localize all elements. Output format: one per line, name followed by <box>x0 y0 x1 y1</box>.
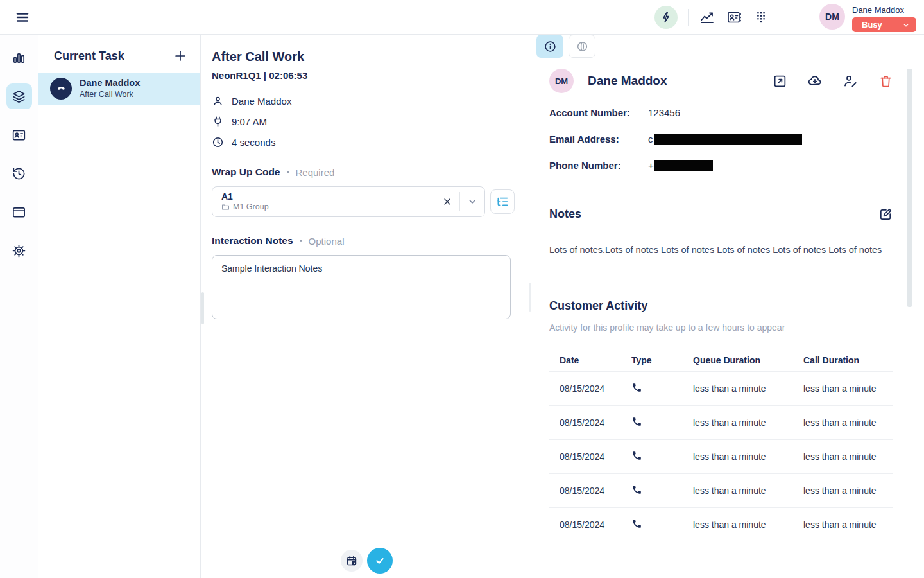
wrap-up-code-select[interactable]: A1 M1 Group <box>212 186 485 217</box>
profile-tabs <box>536 35 893 58</box>
profile-actions <box>772 73 893 89</box>
hamburger-menu-button[interactable] <box>12 6 33 28</box>
table-row[interactable]: 08/15/2024 less than a minute less than … <box>549 439 893 473</box>
field-label: Phone Number: <box>549 160 648 171</box>
phone-icon <box>631 518 642 529</box>
wrap-up-requirement: Required <box>296 167 335 178</box>
avatar[interactable]: DM <box>819 4 845 30</box>
cell-queue-duration: less than a minute <box>693 486 803 496</box>
tab-insights[interactable] <box>569 35 595 58</box>
column-queue-duration: Queue Duration <box>693 355 803 365</box>
plug-icon <box>212 116 224 128</box>
bolt-icon <box>660 11 672 24</box>
avatar: DM <box>549 69 574 93</box>
trash-icon <box>878 74 893 89</box>
edit-notes-button[interactable] <box>878 206 893 222</box>
status-dropdown[interactable]: Busy <box>852 17 916 32</box>
info-icon <box>543 40 557 53</box>
interaction-notes-label: Interaction Notes <box>212 235 293 247</box>
directory-button[interactable] <box>726 9 742 26</box>
gear-icon <box>12 243 26 258</box>
middle-scrollbar[interactable] <box>529 283 531 312</box>
sidebar-item-settings[interactable] <box>6 238 32 263</box>
task-list-item[interactable]: Dane Maddox After Call Work <box>38 73 200 105</box>
sidebar-item-analytics[interactable] <box>6 45 32 71</box>
task-item-text: Dane Maddox After Call Work <box>80 78 140 100</box>
layers-icon <box>12 89 26 104</box>
complete-button[interactable] <box>367 548 393 574</box>
wrap-up-label-row: Wrap Up Code Required <box>212 166 520 178</box>
cloud-download-button[interactable] <box>807 73 823 89</box>
field-value: c <box>648 134 802 144</box>
open-in-new-button[interactable] <box>772 73 787 89</box>
open-in-new-icon <box>773 74 787 89</box>
cell-type <box>631 450 693 463</box>
cell-call-duration: less than a minute <box>803 417 893 428</box>
sidebar-item-contacts[interactable] <box>6 122 32 148</box>
interaction-notes-input[interactable] <box>212 255 511 319</box>
notes-text: Lots of notes.Lots of notes Lots of note… <box>549 245 893 255</box>
wrap-up-group-name: M1 Group <box>233 202 269 211</box>
table-row[interactable]: 08/15/2024 less than a minute less than … <box>549 405 893 439</box>
task-item-status: After Call Work <box>80 89 140 100</box>
topbar-separator <box>780 9 780 26</box>
folder-icon <box>221 203 230 211</box>
dot-separator <box>287 171 289 173</box>
table-row[interactable]: 08/15/2024 less than a minute less than … <box>549 507 893 541</box>
performance-button[interactable] <box>699 9 715 26</box>
plus-icon[interactable] <box>173 49 187 63</box>
sidebar-item-interactions[interactable] <box>6 83 32 109</box>
section-divider <box>549 281 893 281</box>
profile-name: Dane Maddox <box>588 74 667 88</box>
sidebar-item-history[interactable] <box>6 161 32 186</box>
tab-info[interactable] <box>536 35 563 58</box>
notes-title: Notes <box>549 207 581 221</box>
cell-type <box>631 518 693 531</box>
wrap-up-tree-button[interactable] <box>490 189 515 214</box>
window-icon <box>12 205 26 220</box>
meta-duration-value: 4 seconds <box>232 137 275 148</box>
check-icon <box>373 554 386 567</box>
schedule-callback-button[interactable] <box>341 550 363 572</box>
edit-profile-button[interactable] <box>843 73 858 89</box>
cell-type <box>631 484 693 497</box>
current-task-title: Current Task <box>54 49 124 63</box>
column-date: Date <box>560 355 631 365</box>
sidebar-item-apps[interactable] <box>6 199 32 225</box>
cell-type <box>631 416 693 429</box>
table-row[interactable]: 08/15/2024 less than a minute less than … <box>549 371 893 405</box>
task-avatar <box>50 78 72 100</box>
profile-scrollbar[interactable] <box>907 69 912 307</box>
analytics-icon <box>12 51 26 66</box>
activity-table: Date Type Queue Duration Call Duration 0… <box>549 349 893 541</box>
wrap-up-selected[interactable]: A1 M1 Group <box>212 187 435 216</box>
interaction-notes-label-row: Interaction Notes Optional <box>212 235 520 247</box>
delete-button[interactable] <box>878 73 893 89</box>
cell-queue-duration: less than a minute <box>693 383 803 394</box>
clock-icon <box>212 136 224 148</box>
contact-card-icon <box>12 128 26 143</box>
expand-wrap-up-button[interactable] <box>460 187 484 216</box>
left-rail <box>0 35 38 578</box>
wrap-up-label: Wrap Up Code <box>212 166 280 178</box>
line-chart-icon <box>699 10 715 25</box>
after-call-work-panel: After Call Work NeonR1Q1 | 02:06:53 Dane… <box>201 35 533 578</box>
table-row[interactable]: 08/15/2024 less than a minute less than … <box>549 473 893 507</box>
customer-activity-subtitle: Activity for this profile may take up to… <box>549 322 893 333</box>
phone-icon <box>631 382 642 393</box>
column-call-duration: Call Duration <box>803 355 893 365</box>
activity-table-header: Date Type Queue Duration Call Duration <box>549 349 893 371</box>
status-label: Busy <box>862 20 882 30</box>
clear-wrap-up-button[interactable] <box>435 187 459 216</box>
field-value: 123456 <box>648 107 680 118</box>
cell-date: 08/15/2024 <box>560 417 631 428</box>
workspace-scrollbar[interactable] <box>201 292 204 324</box>
field-email: Email Address: c <box>549 134 893 144</box>
section-divider <box>549 189 893 189</box>
user-name: Dane Maddox <box>852 5 916 15</box>
quick-actions-button[interactable] <box>654 6 678 29</box>
dialpad-button[interactable] <box>753 9 769 26</box>
topbar-icon-cluster <box>654 0 780 35</box>
person-icon <box>212 95 224 107</box>
field-phone: Phone Number: + <box>549 160 893 171</box>
